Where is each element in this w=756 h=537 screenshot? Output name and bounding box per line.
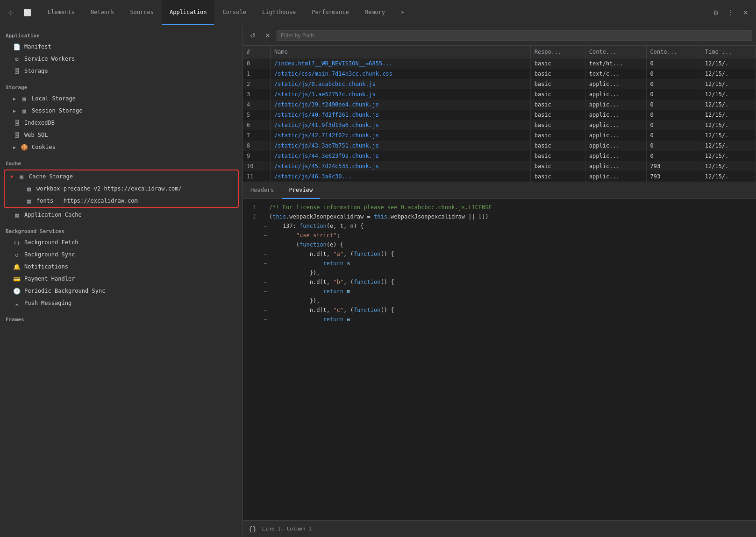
cell-name: /static/js/42.7142f02c.chunk.js bbox=[271, 130, 531, 141]
tab-elements[interactable]: Elements bbox=[40, 0, 82, 25]
tab-right-icons: ⚙ ⋮ ✕ bbox=[709, 6, 752, 19]
tab-memory[interactable]: Memory bbox=[357, 0, 392, 25]
sidebar-item-cache-child2[interactable]: ▦ fonts - https://excalidraw.com bbox=[5, 195, 238, 207]
table-scroll[interactable]: # Name Respo... Conte... Conte... Time .… bbox=[243, 46, 756, 182]
tab-preview[interactable]: Preview bbox=[282, 182, 321, 199]
cell-cont1: applic... bbox=[585, 171, 646, 182]
code-line: – return s bbox=[243, 259, 756, 268]
code-line: – }), bbox=[243, 268, 756, 277]
tab-headers[interactable]: Headers bbox=[243, 182, 282, 199]
tab-performance[interactable]: Performance bbox=[304, 0, 356, 25]
line-content: /*! For license information please see 0… bbox=[269, 203, 756, 212]
tab-console[interactable]: Console bbox=[215, 0, 254, 25]
cell-name: /static/js/39.f2490ee4.chunk.js bbox=[271, 99, 531, 110]
sidebar-item-notifications[interactable]: 🔔 Notifications bbox=[0, 261, 242, 273]
sidebar-item-service-workers[interactable]: ⚙ Service Workers bbox=[0, 53, 242, 65]
tab-more[interactable]: » bbox=[393, 0, 412, 25]
close-icon[interactable]: ✕ bbox=[739, 6, 752, 19]
tab-network[interactable]: Network bbox=[83, 0, 122, 25]
tab-lighthouse[interactable]: Lighthouse bbox=[255, 0, 303, 25]
sidebar-item-bg-sync[interactable]: ↺ Background Sync bbox=[0, 248, 242, 261]
table-row[interactable]: 3 /static/js/1.ae52757c.chunk.js basic a… bbox=[243, 89, 756, 99]
status-text: Line 1, Column 1 bbox=[262, 526, 312, 532]
sidebar-item-payment-handler[interactable]: 💳 Payment Handler bbox=[0, 273, 242, 285]
line-dash: – bbox=[262, 268, 269, 277]
cell-hash: 3 bbox=[243, 89, 271, 99]
filter-input[interactable] bbox=[277, 30, 752, 41]
cell-name: /static/js/1.ae52757c.chunk.js bbox=[271, 89, 531, 99]
cell-resp: basic bbox=[530, 89, 585, 99]
line-number: 2 bbox=[243, 212, 262, 221]
sidebar-item-local-storage[interactable]: ▶ ▦ Local Storage bbox=[0, 92, 242, 105]
cell-time: 12/15/. bbox=[701, 79, 756, 89]
tab-application[interactable]: Application bbox=[162, 0, 214, 25]
table-row[interactable]: 9 /static/js/44.3e623f9a.chunk.js basic … bbox=[243, 151, 756, 161]
cell-hash: 7 bbox=[243, 130, 271, 141]
line-number: 1 bbox=[243, 203, 262, 212]
sidebar-item-web-sql[interactable]: 🗄 Web SQL bbox=[0, 129, 242, 141]
cell-resp: basic bbox=[530, 171, 585, 182]
code-line: – "use strict"; bbox=[243, 231, 756, 240]
cell-name: /static/js/45.7d24c535.chunk.js bbox=[271, 161, 531, 171]
cell-resp: basic bbox=[530, 99, 585, 110]
line-dash: – bbox=[262, 278, 269, 286]
cell-cont1: text/c... bbox=[585, 69, 646, 79]
sidebar-item-cookies[interactable]: ▶ 🍪 Cookies bbox=[0, 141, 242, 153]
cell-name: /index.html?__WB_REVISION__=6855... bbox=[271, 58, 531, 69]
code-panel: 1/*! For license information please see … bbox=[243, 199, 756, 520]
cell-name: /static/js/0.acabcbcc.chunk.js bbox=[271, 79, 531, 89]
cell-cont2: 0 bbox=[646, 151, 701, 161]
table-row[interactable]: 2 /static/js/0.acabcbcc.chunk.js basic a… bbox=[243, 79, 756, 89]
sidebar-item-storage-main[interactable]: 🗄 Storage bbox=[0, 65, 242, 77]
more-options-icon[interactable]: ⋮ bbox=[724, 6, 737, 19]
sidebar-item-indexeddb[interactable]: 🗄 IndexedDB bbox=[0, 117, 242, 129]
line-content: return s bbox=[269, 259, 756, 268]
cell-time: 12/15/. bbox=[701, 89, 756, 99]
table-row[interactable]: 10 /static/js/45.7d24c535.chunk.js basic… bbox=[243, 161, 756, 171]
tab-sources[interactable]: Sources bbox=[122, 0, 161, 25]
table-row[interactable]: 7 /static/js/42.7142f02c.chunk.js basic … bbox=[243, 130, 756, 141]
table-row[interactable]: 8 /static/js/43.3ae7b751.chunk.js basic … bbox=[243, 141, 756, 151]
line-content: return m bbox=[269, 287, 756, 296]
app-cache-icon: ▦ bbox=[13, 211, 21, 219]
table-row[interactable]: 6 /static/js/41.9f3d13a6.chunk.js basic … bbox=[243, 120, 756, 130]
sidebar-item-manifest[interactable]: 📄 Manifest bbox=[0, 41, 242, 53]
line-content: n.d(t, "b", (function() { bbox=[269, 278, 756, 286]
sidebar-item-app-cache[interactable]: ▦ Application Cache bbox=[0, 209, 242, 221]
code-line: – (function(e) { bbox=[243, 240, 756, 249]
sidebar-item-cache-storage[interactable]: ▼ ▦ Cache Storage bbox=[5, 170, 238, 183]
cell-hash: 10 bbox=[243, 161, 271, 171]
cache-child2-icon: ▦ bbox=[25, 197, 33, 205]
table-row[interactable]: 1 /static/css/main.7d14b3cc.chunk.css ba… bbox=[243, 69, 756, 79]
cell-cont2: 793 bbox=[646, 171, 701, 182]
clear-button[interactable]: ✕ bbox=[262, 29, 274, 42]
sidebar-item-bg-fetch[interactable]: ↑↓ Background Fetch bbox=[0, 236, 242, 248]
code-line: – n.d(t, "c", (function() { bbox=[243, 305, 756, 315]
line-dash: – bbox=[262, 240, 269, 249]
cell-cont1: applic... bbox=[585, 99, 646, 110]
cell-hash: 6 bbox=[243, 120, 271, 130]
cache-section-label: Cache bbox=[0, 157, 242, 169]
table-row[interactable]: 5 /static/js/40.fd2ff261.chunk.js basic … bbox=[243, 110, 756, 120]
table-row[interactable]: 11 /static/js/46.3a8c30... basic applic.… bbox=[243, 171, 756, 182]
table-header-row: # Name Respo... Conte... Conte... Time .… bbox=[243, 46, 756, 58]
cache-child1-icon: ▦ bbox=[25, 185, 33, 192]
cell-time: 12/15/. bbox=[701, 171, 756, 182]
cursor-icon[interactable]: ⊹ bbox=[4, 6, 17, 19]
cell-cont1: applic... bbox=[585, 89, 646, 99]
storage-icon: 🗄 bbox=[13, 67, 21, 75]
sidebar-item-session-storage[interactable]: ▶ ▦ Session Storage bbox=[0, 105, 242, 117]
table-row[interactable]: 4 /static/js/39.f2490ee4.chunk.js basic … bbox=[243, 99, 756, 110]
main-layout: Application 📄 Manifest ⚙ Service Workers… bbox=[0, 25, 756, 537]
sidebar-item-cache-child1[interactable]: ▦ workbox-precache-v2-https://excalidraw… bbox=[5, 183, 238, 195]
device-icon[interactable]: ⬜ bbox=[21, 6, 34, 19]
refresh-button[interactable]: ↺ bbox=[247, 29, 259, 42]
cookies-icon: 🍪 bbox=[21, 143, 28, 151]
sidebar-item-push-messaging[interactable]: ☁ Push Messaging bbox=[0, 297, 242, 309]
cell-time: 12/15/. bbox=[701, 161, 756, 171]
table-row[interactable]: 0 /index.html?__WB_REVISION__=6855... ba… bbox=[243, 58, 756, 69]
code-line: – 137: function(e, t, n) { bbox=[243, 221, 756, 231]
sidebar-item-periodic-bg-sync[interactable]: 🕐 Periodic Background Sync bbox=[0, 285, 242, 297]
settings-icon[interactable]: ⚙ bbox=[709, 6, 722, 19]
line-dash: – bbox=[262, 231, 269, 240]
